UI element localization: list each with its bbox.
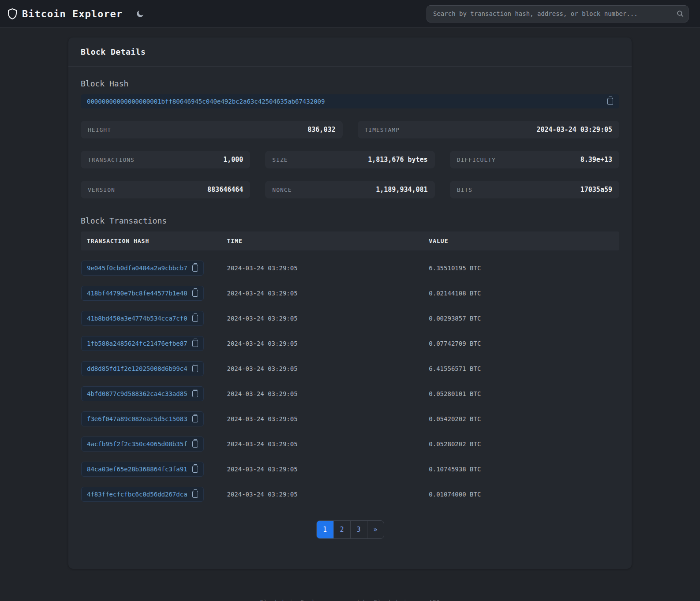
- table-row: 418bf44790e7bc8fe44577b1e48… 2024-03-24 …: [81, 286, 619, 301]
- copy-icon[interactable]: [192, 315, 198, 322]
- stat-label: DIFFICULTY: [457, 157, 496, 163]
- transaction-time: 2024-03-24 03:29:05: [221, 491, 423, 498]
- stat-value: 2024-03-24 03:29:05: [536, 126, 612, 134]
- table-row: 84ca03ef65e28b368864fc3fa91… 2024-03-24 …: [81, 462, 619, 477]
- transaction-value: 0.02144108 BTC: [423, 290, 619, 297]
- copy-icon[interactable]: [607, 98, 613, 105]
- brand: Bitcoin Explorer: [7, 8, 146, 19]
- copy-icon[interactable]: [192, 340, 198, 347]
- stat-value: 8.39e+13: [580, 156, 612, 164]
- table-row: 1fb588a2485624fc21476efbe87… 2024-03-24 …: [81, 336, 619, 351]
- transaction-time: 2024-03-24 03:29:05: [221, 265, 423, 272]
- table-row: 4acfb95f2f2c350c4065d08b35f… 2024-03-24 …: [81, 437, 619, 452]
- block-transactions-title: Block Transactions: [81, 216, 619, 225]
- transactions-table: TRANSACTION HASH TIME VALUE 9e045f0cb0df…: [81, 231, 619, 502]
- block-hash-value: 00000000000000000001bff80646945c040e492b…: [87, 98, 325, 105]
- transaction-hash-link[interactable]: dd8d85fd1f2e12025008d6b99c4…: [87, 365, 187, 372]
- transaction-value: 0.05420202 BTC: [423, 415, 619, 422]
- search-icon: [676, 10, 684, 18]
- transaction-hash-link[interactable]: 4acfb95f2f2c350c4065d08b35f…: [87, 440, 187, 448]
- shield-icon: [7, 8, 18, 19]
- search-input[interactable]: [427, 5, 689, 22]
- transaction-hash-pill: 1fb588a2485624fc21476efbe87…: [81, 336, 204, 351]
- transaction-hash-link[interactable]: 4bfd0877c9d588362ca4c33ad85…: [87, 390, 187, 397]
- page-button-3[interactable]: 3: [350, 521, 367, 538]
- transaction-hash-pill: 4bfd0877c9d588362ca4c33ad85…: [81, 386, 204, 401]
- page-button-2[interactable]: 2: [333, 521, 350, 538]
- copy-icon[interactable]: [192, 466, 198, 473]
- transaction-time: 2024-03-24 03:29:05: [221, 466, 423, 473]
- app-title: Bitcoin Explorer: [22, 8, 123, 19]
- transaction-hash-link[interactable]: f3e6f047a89c082eac5d5c15083…: [87, 415, 187, 422]
- stat-value: 883646464: [207, 186, 243, 194]
- stat-size: SIZE 1,813,676 bytes: [265, 151, 434, 168]
- page-button-1[interactable]: 1: [317, 521, 333, 538]
- table-row: dd8d85fd1f2e12025008d6b99c4… 2024-03-24 …: [81, 361, 619, 376]
- stats-row-3: VERSION 883646464 NONCE 1,189,934,081 BI…: [81, 181, 619, 198]
- stat-value: 836,032: [307, 126, 335, 134]
- stat-value: 1,000: [223, 156, 243, 164]
- stat-version: VERSION 883646464: [81, 181, 250, 198]
- transaction-value: 0.07742709 BTC: [423, 340, 619, 347]
- column-header-value: VALUE: [423, 238, 619, 244]
- table-row: 4bfd0877c9d588362ca4c33ad85… 2024-03-24 …: [81, 386, 619, 401]
- transaction-time: 2024-03-24 03:29:05: [221, 315, 423, 322]
- transaction-hash-link[interactable]: 418bf44790e7bc8fe44577b1e48…: [87, 290, 187, 297]
- stat-difficulty: DIFFICULTY 8.39e+13: [450, 151, 619, 168]
- transaction-time: 2024-03-24 03:29:05: [221, 340, 423, 347]
- copy-icon[interactable]: [192, 415, 198, 422]
- column-header-hash: TRANSACTION HASH: [81, 238, 221, 244]
- transaction-hash-link[interactable]: 1fb588a2485624fc21476efbe87…: [87, 340, 187, 347]
- transaction-hash-pill: f3e6f047a89c082eac5d5c15083…: [81, 411, 204, 426]
- footer-text: Blockchain Explorer powered by Blockchai…: [0, 599, 700, 601]
- transaction-value: 0.10745938 BTC: [423, 466, 619, 473]
- stat-height: HEIGHT 836,032: [81, 121, 343, 138]
- transaction-hash-link[interactable]: 41b8bd450a3e4774b534cca7cf0…: [87, 315, 187, 322]
- table-row: 9e045f0cb0dfa0484a2a9cbbcb7… 2024-03-24 …: [81, 261, 619, 276]
- transaction-time: 2024-03-24 03:29:05: [221, 440, 423, 448]
- search-container: [427, 5, 689, 22]
- stat-label: TIMESTAMP: [365, 127, 400, 133]
- stat-value: 17035a59: [580, 186, 612, 194]
- transaction-value: 0.05280202 BTC: [423, 440, 619, 448]
- copy-icon[interactable]: [192, 265, 198, 272]
- transaction-hash-link[interactable]: 84ca03ef65e28b368864fc3fa91…: [87, 466, 187, 473]
- block-hash-label: Block Hash: [81, 79, 619, 88]
- stat-value: 1,813,676 bytes: [368, 156, 427, 164]
- stat-label: TRANSACTIONS: [88, 157, 135, 163]
- stat-label: HEIGHT: [88, 127, 111, 133]
- transaction-hash-pill: 84ca03ef65e28b368864fc3fa91…: [81, 462, 204, 477]
- transaction-hash-link[interactable]: 9e045f0cb0dfa0484a2a9cbbcb7…: [87, 265, 187, 272]
- stats-row-2: TRANSACTIONS 1,000 SIZE 1,813,676 bytes …: [81, 151, 619, 168]
- table-row: 41b8bd450a3e4774b534cca7cf0… 2024-03-24 …: [81, 311, 619, 326]
- copy-icon[interactable]: [192, 290, 198, 297]
- table-row: 4f83ffecfcfbc6c8d56dd267dca… 2024-03-24 …: [81, 487, 619, 502]
- transaction-value: 6.41556571 BTC: [423, 365, 619, 372]
- transaction-hash-link[interactable]: 4f83ffecfcfbc6c8d56dd267dca…: [87, 491, 187, 498]
- copy-icon[interactable]: [192, 491, 198, 498]
- copy-icon[interactable]: [192, 365, 198, 372]
- transaction-hash-pill: 9e045f0cb0dfa0484a2a9cbbcb7…: [81, 261, 204, 276]
- transaction-value: 0.01074000 BTC: [423, 491, 619, 498]
- stat-bits: BITS 17035a59: [450, 181, 619, 198]
- transaction-hash-pill: 418bf44790e7bc8fe44577b1e48…: [81, 286, 204, 301]
- block-details-card: Block Details Block Hash 000000000000000…: [68, 37, 632, 569]
- page-next-button[interactable]: »: [367, 521, 384, 538]
- theme-toggle-button[interactable]: [135, 8, 146, 19]
- transaction-time: 2024-03-24 03:29:05: [221, 415, 423, 422]
- top-bar: Bitcoin Explorer: [0, 0, 700, 28]
- transaction-time: 2024-03-24 03:29:05: [221, 390, 423, 397]
- stat-label: SIZE: [272, 157, 288, 163]
- stat-value: 1,189,934,081: [376, 186, 427, 194]
- pagination: 1 2 3 »: [81, 520, 619, 556]
- transaction-time: 2024-03-24 03:29:05: [221, 290, 423, 297]
- transaction-hash-pill: 4f83ffecfcfbc6c8d56dd267dca…: [81, 487, 204, 502]
- card-header: Block Details: [68, 37, 632, 67]
- transaction-hash-pill: 4acfb95f2f2c350c4065d08b35f…: [81, 437, 204, 452]
- copy-icon[interactable]: [192, 440, 198, 448]
- moon-icon: [136, 9, 145, 18]
- transaction-value: 0.00293857 BTC: [423, 315, 619, 322]
- column-header-time: TIME: [221, 238, 423, 244]
- stat-timestamp: TIMESTAMP 2024-03-24 03:29:05: [358, 121, 620, 138]
- copy-icon[interactable]: [192, 390, 198, 397]
